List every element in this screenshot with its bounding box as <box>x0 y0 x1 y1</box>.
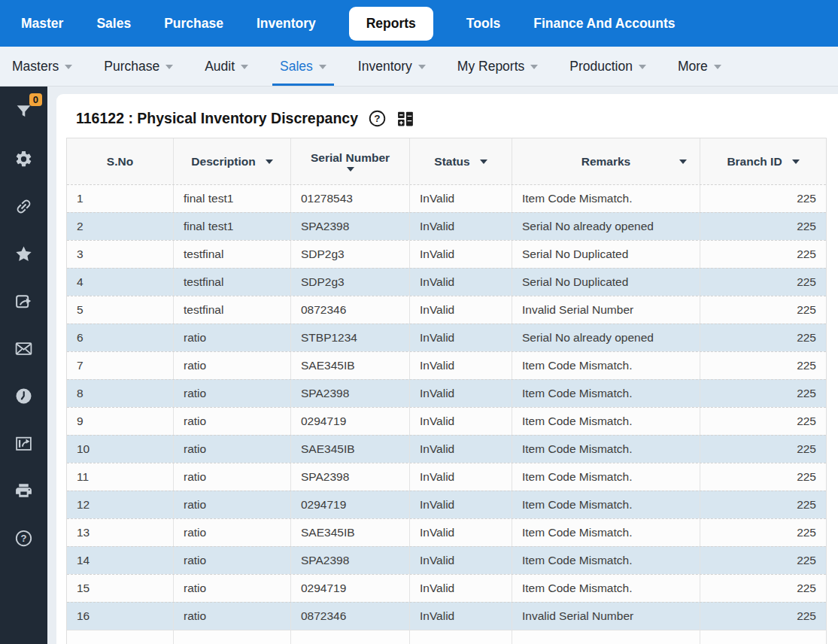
sub-nav-item-sales[interactable]: Sales <box>280 47 326 86</box>
sub-nav-item-my-reports[interactable]: My Reports <box>457 47 538 86</box>
sidebar-item-window-export[interactable] <box>0 420 47 467</box>
column-header-description[interactable]: Description <box>174 138 291 184</box>
table-body: 1final test101278543InValidItem Code Mis… <box>67 184 826 644</box>
cell-description: ratio <box>174 380 291 407</box>
cell-remarks: Item Code Mismatch. <box>512 491 700 518</box>
table-row[interactable]: 9ratio0294719InValidItem Code Mismatch.2… <box>67 407 826 435</box>
sub-nav-item-inventory[interactable]: Inventory <box>358 47 426 86</box>
table-row[interactable]: 10ratioSAE345IBInValidItem Code Mismatch… <box>67 435 826 463</box>
sub-nav-label: Purchase <box>104 59 159 74</box>
mail-icon <box>14 339 33 358</box>
sidebar-item-help[interactable]: ? <box>0 515 47 562</box>
cell-sno: 9 <box>67 408 174 435</box>
cell-sno: 7 <box>67 352 174 379</box>
cell-empty <box>67 630 174 644</box>
sidebar-item-mail[interactable] <box>0 325 47 372</box>
cell-remarks: Serial No already opened <box>512 213 700 240</box>
window-export-icon <box>14 434 33 453</box>
cell-remarks: Item Code Mismatch. <box>512 519 700 546</box>
cell-serial: SPA2398 <box>291 380 410 407</box>
cell-description: final test1 <box>174 213 291 240</box>
top-nav-item-purchase[interactable]: Purchase <box>164 16 223 32</box>
sub-nav-item-purchase[interactable]: Purchase <box>104 47 173 86</box>
cell-serial: STBP1234 <box>291 324 410 351</box>
cell-branch: 225 <box>700 408 826 435</box>
column-header-branch[interactable]: Branch ID <box>700 138 826 184</box>
sidebar-item-printer[interactable] <box>0 467 47 515</box>
table-row[interactable]: 7ratioSAE345IBInValidItem Code Mismatch.… <box>67 351 826 379</box>
cell-sno: 2 <box>67 213 174 240</box>
table-row[interactable]: 6ratioSTBP1234InValidSerial No already o… <box>67 324 826 351</box>
cell-branch: 225 <box>700 463 826 491</box>
table-row[interactable]: 16ratio0872346InValidInvalid Serial Numb… <box>67 602 826 630</box>
help-icon[interactable]: ? <box>368 109 387 128</box>
page-title: 116122 : Physical Inventory Discrepancy <box>76 110 358 127</box>
cell-sno: 8 <box>67 380 174 407</box>
column-header-status[interactable]: Status <box>410 138 512 184</box>
table-row[interactable]: 13ratioSAE345IBInValidItem Code Mismatch… <box>67 518 826 546</box>
top-nav-item-inventory[interactable]: Inventory <box>257 16 316 32</box>
top-nav-item-master[interactable]: Master <box>21 16 63 32</box>
filter-count-badge: 0 <box>29 93 42 106</box>
cell-branch: 225 <box>700 269 826 296</box>
cell-sno: 12 <box>67 491 174 518</box>
sub-nav-item-masters[interactable]: Masters <box>12 47 72 86</box>
cell-sno: 14 <box>67 547 174 574</box>
grid-settings-icon[interactable] <box>396 109 415 128</box>
sidebar-item-filter[interactable]: 0 <box>0 88 47 135</box>
top-nav-item-tools[interactable]: Tools <box>466 16 500 32</box>
table-row[interactable]: 12ratio0294719InValidItem Code Mismatch.… <box>67 491 826 518</box>
sidebar: 0? <box>0 87 47 644</box>
top-nav-item-reports[interactable]: Reports <box>349 7 433 41</box>
table-row[interactable]: 2final test1SPA2398InValidSerial No alre… <box>67 212 826 240</box>
chevron-down-icon <box>319 65 326 69</box>
table-row[interactable]: 14ratioSPA2398InValidItem Code Mismatch.… <box>67 546 826 574</box>
report-card: 116122 : Physical Inventory Discrepancy … <box>56 94 838 644</box>
column-header-serial[interactable]: Serial Number <box>291 138 410 184</box>
cell-remarks: Item Code Mismatch. <box>512 185 700 212</box>
table-row[interactable]: 1final test101278543InValidItem Code Mis… <box>67 184 826 212</box>
cell-sno: 3 <box>67 241 174 268</box>
sidebar-item-share[interactable] <box>0 278 47 325</box>
chevron-down-icon <box>639 65 646 69</box>
cell-status: InValid <box>410 241 512 268</box>
cell-sno: 4 <box>67 269 174 296</box>
cell-status: InValid <box>410 185 512 212</box>
top-nav-item-sales[interactable]: Sales <box>96 16 131 32</box>
sidebar-item-clock[interactable] <box>0 372 47 420</box>
table-row[interactable]: 5testfinal0872346InValidInvalid Serial N… <box>67 296 826 324</box>
cell-remarks: Serial No already opened <box>512 324 700 351</box>
cell-status: InValid <box>410 463 512 491</box>
cell-description: testfinal <box>174 296 291 324</box>
cell-serial: SAE345IB <box>291 436 410 463</box>
cell-branch: 225 <box>700 185 826 212</box>
cell-branch: 225 <box>700 213 826 240</box>
column-label: Serial Number <box>311 151 390 165</box>
sub-nav-item-audit[interactable]: Audit <box>205 47 248 86</box>
table-row[interactable]: 4testfinalSDP2g3InValidSerial No Duplica… <box>67 268 826 296</box>
svg-text:?: ? <box>374 112 380 123</box>
cell-status: InValid <box>410 269 512 296</box>
cell-serial: SAE345IB <box>291 519 410 546</box>
table-row[interactable]: 3testfinalSDP2g3InValidSerial No Duplica… <box>67 240 826 268</box>
cell-description: ratio <box>174 436 291 463</box>
sub-nav-item-more[interactable]: More <box>678 47 721 86</box>
cell-serial: SPA2398 <box>291 213 410 240</box>
cell-branch: 225 <box>700 575 826 602</box>
content-area: 116122 : Physical Inventory Discrepancy … <box>47 87 838 644</box>
sub-nav-item-production[interactable]: Production <box>569 47 646 86</box>
cell-description: ratio <box>174 519 291 546</box>
cell-empty <box>174 630 291 644</box>
top-nav-item-finance-and-accounts[interactable]: Finance And Accounts <box>533 16 675 32</box>
table-row[interactable]: 11ratioSPA2398InValidItem Code Mismatch.… <box>67 463 826 491</box>
table-row[interactable]: 8ratioSPA2398InValidItem Code Mismatch.2… <box>67 379 826 407</box>
sidebar-item-link[interactable] <box>0 183 47 230</box>
sidebar-item-star[interactable] <box>0 230 47 278</box>
sidebar-item-gear[interactable] <box>0 135 47 183</box>
sort-dropdown-icon <box>347 167 354 172</box>
cell-remarks: Item Code Mismatch. <box>512 436 700 463</box>
table-row[interactable]: 15ratio0294719InValidItem Code Mismatch.… <box>67 574 826 602</box>
sub-nav-label: Audit <box>205 59 235 74</box>
column-header-remarks[interactable]: Remarks <box>512 138 700 184</box>
sort-dropdown-icon <box>679 159 687 164</box>
